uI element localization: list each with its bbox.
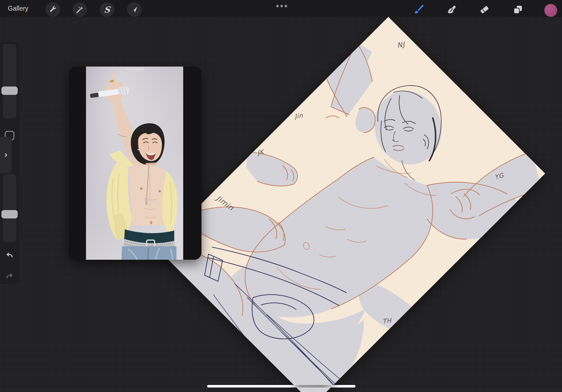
magic-wand-icon <box>76 5 84 14</box>
paint-brush-icon <box>414 4 425 15</box>
adjustments-button[interactable] <box>72 2 87 17</box>
label-th: TH <box>382 317 392 325</box>
gallery-button[interactable]: Gallery <box>8 0 28 17</box>
actions-button[interactable] <box>46 2 60 17</box>
brush-size-slider[interactable] <box>3 44 16 118</box>
eraser-tool-button[interactable] <box>477 2 492 17</box>
eraser-icon <box>479 4 490 15</box>
more-options-icon[interactable] <box>275 4 288 8</box>
reference-drag-handle[interactable] <box>126 68 144 70</box>
redo-icon[interactable] <box>5 272 14 280</box>
color-swatch-button[interactable] <box>544 4 557 17</box>
top-toolbar: Gallery S <box>0 0 562 17</box>
smudge-finger-icon <box>447 4 457 15</box>
wrench-icon <box>49 5 57 14</box>
reference-window[interactable] <box>69 67 201 260</box>
transform-arrow-icon <box>130 6 138 13</box>
layers-icon <box>513 4 523 15</box>
transform-button[interactable] <box>127 2 142 17</box>
home-indicator[interactable] <box>207 385 355 388</box>
opacity-handle[interactable] <box>1 210 18 218</box>
reference-photo <box>86 67 183 260</box>
layers-button[interactable] <box>511 2 525 17</box>
selection-button[interactable]: S <box>100 2 114 17</box>
label-jin: Jin <box>293 112 303 120</box>
brush-tool-button[interactable] <box>412 2 427 17</box>
undo-icon[interactable] <box>5 251 14 259</box>
selection-s-icon: S <box>103 5 110 15</box>
smudge-tool-button[interactable] <box>445 2 459 17</box>
sidebar-collapse-tab[interactable]: › <box>0 137 12 173</box>
sketch-figure-fill <box>156 39 542 392</box>
brush-size-handle[interactable] <box>1 86 18 95</box>
opacity-slider[interactable] <box>3 174 16 242</box>
sidebar: › <box>0 42 19 284</box>
chevron-right-icon: › <box>4 150 7 159</box>
